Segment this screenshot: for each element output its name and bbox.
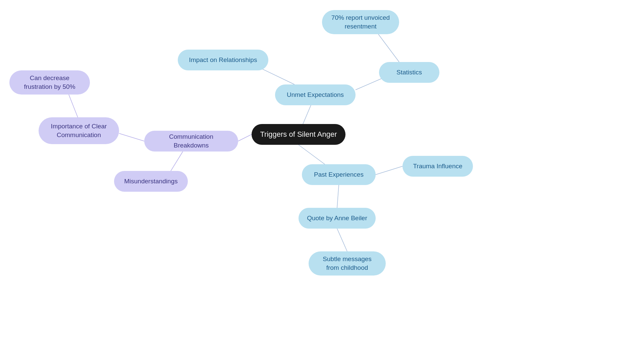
trauma-influence-label: Trauma Influence — [413, 162, 462, 171]
trauma-influence-node: Trauma Influence — [402, 156, 473, 177]
impact-relationships-label: Impact on Relationships — [189, 56, 257, 64]
report-resentment-label: 70% report unvoiced resentment — [329, 13, 392, 31]
communication-breakdowns-label: Communication Breakdowns — [152, 132, 231, 149]
svg-line-6 — [69, 95, 79, 120]
svg-line-3 — [378, 34, 399, 62]
can-decrease-node: Can decrease frustration by 50% — [9, 70, 90, 95]
past-experiences-label: Past Experiences — [314, 170, 364, 179]
report-resentment-node: 70% report unvoiced resentment — [322, 10, 399, 34]
svg-line-9 — [376, 166, 402, 175]
svg-line-5 — [119, 133, 144, 141]
unmet-expectations-node: Unmet Expectations — [275, 84, 356, 105]
past-experiences-node: Past Experiences — [302, 164, 376, 185]
quote-anne-beiler-node: Quote by Anne Beiler — [299, 208, 376, 229]
importance-clear-comm-label: Importance of Clear Communication — [46, 122, 112, 139]
center-node: Triggers of Silent Anger — [252, 124, 345, 145]
misunderstandings-label: Misunderstandings — [124, 177, 177, 186]
unmet-expectations-label: Unmet Expectations — [287, 90, 344, 99]
center-label: Triggers of Silent Anger — [260, 129, 337, 139]
statistics-node: Statistics — [379, 62, 439, 83]
subtle-messages-label: Subtle messages from childhood — [316, 255, 378, 272]
importance-clear-comm-node: Importance of Clear Communication — [39, 117, 119, 144]
communication-breakdowns-node: Communication Breakdowns — [144, 131, 238, 152]
svg-line-11 — [337, 229, 347, 251]
svg-line-10 — [337, 185, 339, 208]
quote-anne-beiler-label: Quote by Anne Beiler — [307, 214, 367, 223]
misunderstandings-node: Misunderstandings — [114, 171, 188, 192]
impact-relationships-node: Impact on Relationships — [178, 50, 268, 70]
can-decrease-label: Can decrease frustration by 50% — [17, 74, 83, 91]
subtle-messages-node: Subtle messages from childhood — [309, 251, 386, 276]
svg-line-4 — [238, 134, 252, 141]
statistics-label: Statistics — [396, 68, 422, 77]
